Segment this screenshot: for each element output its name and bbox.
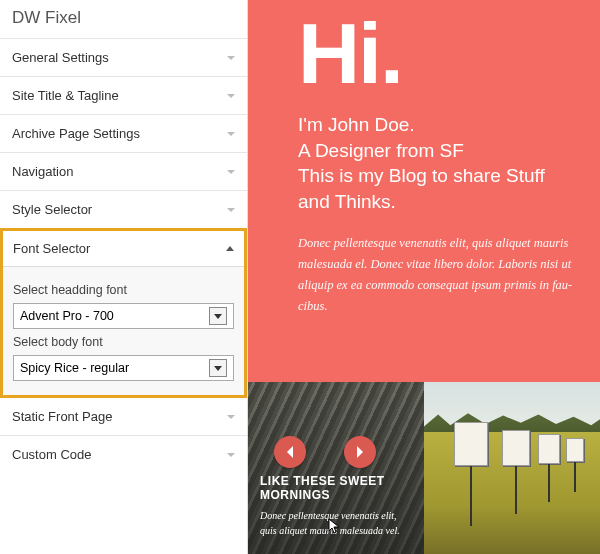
section-general-settings[interactable]: General Settings [0, 38, 247, 76]
chevron-up-icon [226, 246, 234, 251]
chevron-down-icon [227, 208, 235, 212]
carousel-next-button[interactable] [344, 436, 376, 468]
carousel-prev-button[interactable] [274, 436, 306, 468]
hero-greeting: Hi. [298, 10, 576, 96]
carousel-arrows [274, 436, 376, 468]
section-label: Navigation [12, 164, 73, 179]
font-selector-body: Select headding font Advent Pro - 700 Se… [3, 267, 244, 395]
section-label: Static Front Page [12, 409, 112, 424]
hero-block: Hi. I'm John Doe.A Designer from SFThis … [248, 0, 600, 382]
chevron-down-icon [227, 94, 235, 98]
section-site-title[interactable]: Site Title & Tagline [0, 76, 247, 114]
section-navigation[interactable]: Navigation [0, 152, 247, 190]
dropdown-icon [209, 359, 227, 377]
body-font-select[interactable]: Spicy Rice - regular [13, 355, 234, 381]
section-static-front-page[interactable]: Static Front Page [0, 398, 247, 435]
section-custom-code[interactable]: Custom Code [0, 435, 247, 473]
section-label: Font Selector [13, 241, 90, 256]
font-selector-header[interactable]: Font Selector [3, 231, 244, 267]
heading-font-select[interactable]: Advent Pro - 700 [13, 303, 234, 329]
section-label: Style Selector [12, 202, 92, 217]
chevron-down-icon [227, 453, 235, 457]
section-archive-page[interactable]: Archive Page Settings [0, 114, 247, 152]
dropdown-icon [209, 307, 227, 325]
post-thumbnails: LIKE THESE SWEET MORNINGS Donec pellente… [248, 382, 600, 554]
hero-intro: I'm John Doe.A Designer from SFThis is m… [298, 112, 576, 215]
chevron-down-icon [227, 56, 235, 60]
hero-body-text: Donec pellentesque venenatis elit, quis … [298, 233, 576, 318]
chevron-down-icon [227, 170, 235, 174]
post-thumb-2[interactable] [424, 382, 600, 554]
post-overlay: LIKE THESE SWEET MORNINGS Donec pellente… [248, 464, 424, 554]
section-label: General Settings [12, 50, 109, 65]
cursor-icon [328, 518, 342, 540]
body-font-label: Select body font [13, 335, 234, 349]
live-preview: Hi. I'm John Doe.A Designer from SFThis … [248, 0, 600, 554]
post-thumb-1[interactable]: LIKE THESE SWEET MORNINGS Donec pellente… [248, 382, 424, 554]
heading-font-label: Select headding font [13, 283, 234, 297]
section-label: Site Title & Tagline [12, 88, 119, 103]
section-style-selector[interactable]: Style Selector [0, 190, 247, 228]
heading-font-value: Advent Pro - 700 [20, 309, 114, 323]
customizer-sidebar: DW Fixel General Settings Site Title & T… [0, 0, 248, 554]
chevron-down-icon [227, 132, 235, 136]
theme-title: DW Fixel [0, 0, 247, 38]
section-font-selector-expanded: Font Selector Select headding font Adven… [0, 228, 247, 398]
section-label: Custom Code [12, 447, 91, 462]
chevron-down-icon [227, 415, 235, 419]
body-font-value: Spicy Rice - regular [20, 361, 129, 375]
section-label: Archive Page Settings [12, 126, 140, 141]
post-title: LIKE THESE SWEET MORNINGS [260, 474, 412, 502]
